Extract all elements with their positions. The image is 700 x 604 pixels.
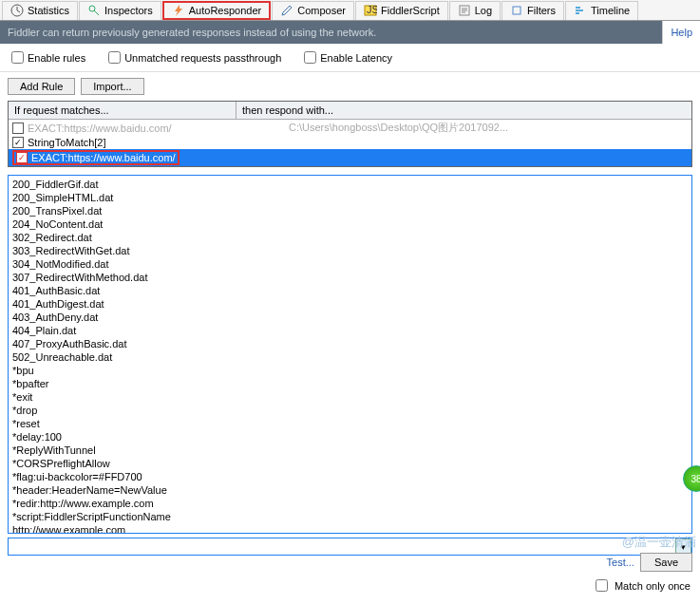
inspect-icon xyxy=(87,4,101,17)
list-item[interactable]: http://www.example.com xyxy=(12,523,688,534)
list-item[interactable]: 200_FiddlerGif.dat xyxy=(12,178,688,191)
list-item[interactable]: 401_AuthBasic.dat xyxy=(12,284,688,297)
list-item[interactable]: 403_AuthDeny.dat xyxy=(12,311,688,324)
script-icon: JS xyxy=(364,4,377,17)
tab-strip: Statistics Inspectors AutoResponder Comp… xyxy=(0,0,700,21)
rule-respond-text: C:\Users\hongboss\Desktop\QQ图片2017092... xyxy=(289,121,688,135)
tab-statistics[interactable]: Statistics xyxy=(2,1,78,20)
list-item[interactable]: *exit xyxy=(12,390,688,404)
header-respond[interactable]: then respond with... xyxy=(236,102,691,119)
svg-text:JS: JS xyxy=(367,4,377,15)
list-item[interactable]: 401_AuthDigest.dat xyxy=(12,297,688,311)
tab-label: AutoResponder xyxy=(189,5,261,16)
rule-checkbox[interactable]: ✓ xyxy=(12,137,24,148)
tab-label: Timeline xyxy=(591,5,630,16)
enable-latency-checkbox[interactable]: Enable Latency xyxy=(304,51,392,64)
rule-list: If request matches... then respond with.… xyxy=(8,101,692,167)
rule-checkbox[interactable]: ✓ xyxy=(16,152,28,163)
unmatched-passthrough-checkbox[interactable]: Unmatched requests passthrough xyxy=(108,51,281,64)
filter-icon xyxy=(510,4,523,17)
list-item[interactable]: 204_NoContent.dat xyxy=(12,217,688,231)
list-item[interactable]: 303_RedirectWithGet.dat xyxy=(12,244,688,257)
timeline-icon xyxy=(574,4,587,17)
rule-checkbox[interactable] xyxy=(12,123,24,134)
tab-autoresponder[interactable]: AutoResponder xyxy=(162,1,271,20)
list-item[interactable]: *flag:ui-backcolor=#FFD700 xyxy=(12,470,688,483)
list-item[interactable]: 404_Plain.dat xyxy=(12,324,688,337)
rule-row[interactable]: ✓ EXACT:https://www.baidu.com/ xyxy=(9,149,691,166)
list-item[interactable]: *script:FiddlerScriptFunctionName xyxy=(12,510,688,523)
pencil-icon xyxy=(280,4,293,17)
list-item[interactable]: 307_RedirectWithMethod.dat xyxy=(12,271,688,284)
list-item[interactable]: *ReplyWithTunnel xyxy=(12,444,688,457)
options-row: Enable rules Unmatched requests passthro… xyxy=(0,44,700,72)
list-item[interactable]: *CORSPreflightAllow xyxy=(12,457,688,470)
header-match[interactable]: If request matches... xyxy=(9,102,236,119)
list-item[interactable]: *bpafter xyxy=(12,377,688,390)
tab-label: Inspectors xyxy=(104,5,153,16)
rule-match-text: StringToMatch[2] xyxy=(28,137,106,148)
list-item[interactable]: *header:HeaderName=NewValue xyxy=(12,483,688,497)
tab-fiddlerscript[interactable]: JS FiddlerScript xyxy=(355,1,448,20)
info-bar: Fiddler can return previously generated … xyxy=(0,21,662,44)
list-item[interactable]: 200_SimpleHTML.dat xyxy=(12,191,688,204)
enable-rules-checkbox[interactable]: Enable rules xyxy=(11,51,85,64)
rule-match-text: EXACT:https://www.baidu.com/ xyxy=(31,152,176,163)
tab-label: FiddlerScript xyxy=(381,5,440,16)
save-button[interactable]: Save xyxy=(640,553,692,572)
tab-timeline[interactable]: Timeline xyxy=(565,1,638,20)
list-item[interactable]: 502_Unreachable.dat xyxy=(12,350,688,364)
import-button[interactable]: Import... xyxy=(81,78,143,95)
test-link[interactable]: Test... xyxy=(607,557,634,568)
tab-log[interactable]: Log xyxy=(449,1,501,20)
rule-match-text: EXACT:https://www.baidu.com/ xyxy=(28,123,172,134)
match-only-once-checkbox[interactable]: Match only once xyxy=(592,576,691,595)
list-item[interactable]: 302_Redirect.dat xyxy=(12,231,688,244)
list-item[interactable]: 304_NotModified.dat xyxy=(12,257,688,271)
tab-label: Composer xyxy=(297,5,346,16)
tab-label: Statistics xyxy=(28,5,69,16)
list-item[interactable]: *redir:http://www.example.com xyxy=(12,497,688,510)
tab-label: Log xyxy=(475,5,492,16)
list-item[interactable]: 407_ProxyAuthBasic.dat xyxy=(12,337,688,350)
list-item[interactable]: *reset xyxy=(12,417,688,430)
tab-inspectors[interactable]: Inspectors xyxy=(79,1,161,20)
tab-filters[interactable]: Filters xyxy=(501,1,564,20)
rule-row[interactable]: EXACT:https://www.baidu.com/ C:\Users\ho… xyxy=(9,120,691,136)
help-link[interactable]: Help xyxy=(662,21,700,44)
response-dropdown[interactable]: ▾ xyxy=(8,538,692,556)
tab-composer[interactable]: Composer xyxy=(272,1,354,20)
list-item[interactable]: 200_TransPixel.dat xyxy=(12,204,688,217)
svg-rect-5 xyxy=(513,7,520,14)
list-item[interactable]: *delay:100 xyxy=(12,430,688,444)
list-item[interactable]: *drop xyxy=(12,404,688,417)
rule-row[interactable]: ✓ StringToMatch[2] xyxy=(9,136,691,149)
watermark-text: @温一壶清酒 xyxy=(622,534,696,551)
list-item[interactable]: *bpu xyxy=(12,364,688,377)
response-options-list[interactable]: 200_FiddlerGif.dat 200_SimpleHTML.dat 20… xyxy=(8,175,692,534)
rule-list-header: If request matches... then respond with.… xyxy=(9,102,691,120)
clock-icon xyxy=(10,4,24,17)
tab-label: Filters xyxy=(527,5,556,16)
add-rule-button[interactable]: Add Rule xyxy=(8,78,75,95)
log-icon xyxy=(458,4,471,17)
lightning-icon xyxy=(172,4,185,17)
